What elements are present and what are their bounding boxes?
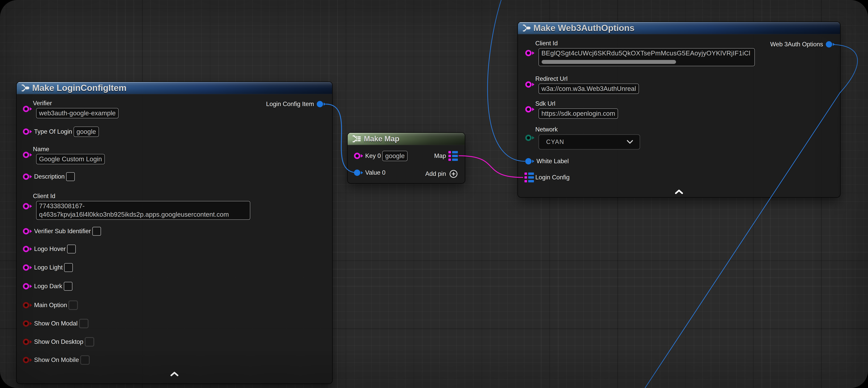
pin-field-stack: Name Google Custom Login	[34, 146, 105, 165]
login-config-pin[interactable]	[524, 173, 534, 182]
key-0-input[interactable]: google	[382, 151, 408, 161]
pin-row: Type Of Login google	[23, 126, 99, 137]
pin-row: Redirect Url w3a://com.w3a.Web3AuthUnrea…	[525, 75, 639, 94]
node-header-make-web3auth-options[interactable]: Make Web3AuthOptions	[518, 22, 840, 34]
network-dropdown[interactable]: CYAN	[538, 134, 640, 150]
login-config-item-output-pin[interactable]	[316, 100, 327, 108]
show-on-desktop-checkbox[interactable]	[85, 337, 94, 347]
show-on-mobile-pin[interactable]	[23, 356, 33, 363]
pin-label-verifier: Verifier	[33, 100, 119, 107]
blueprint-canvas[interactable]: Make LoginConfigItem Login Config Item V…	[0, 0, 868, 388]
pin-row: Show On Mobile	[23, 355, 90, 365]
pin-label-client-id: Client Id	[535, 40, 755, 47]
verifier-input[interactable]: web3auth-google-example	[36, 108, 119, 118]
pin-label-show-on-modal: Show On Modal	[34, 320, 78, 327]
pin-label-key-0: Key 0	[365, 152, 381, 159]
node-make-web3auth-options[interactable]: Make Web3AuthOptions Web 3Auth Options C…	[518, 22, 840, 197]
description-input[interactable]	[66, 172, 75, 181]
verifier-sub-identifier-input[interactable]	[92, 227, 101, 236]
pin-row-output: Login Config Item	[266, 100, 327, 108]
verifier-pin[interactable]	[23, 106, 33, 113]
redirect-url-input[interactable]: w3a://com.w3a.Web3AuthUnreal	[538, 84, 639, 94]
pin-label-white-label: White Label	[536, 158, 569, 165]
logo-light-pin[interactable]	[23, 264, 33, 271]
pin-label-sdk-url: Sdk Url	[535, 100, 618, 107]
show-on-modal-checkbox[interactable]	[79, 319, 89, 328]
sdk-url-pin[interactable]	[525, 106, 535, 113]
pin-row: Sdk Url https://sdk.openlogin.com	[525, 100, 618, 119]
main-option-pin[interactable]	[23, 302, 33, 309]
verifier-sub-identifier-pin[interactable]	[23, 228, 33, 235]
node-header-make-map[interactable]: Make Map	[348, 133, 465, 145]
add-pin-button[interactable]: Add pin	[425, 170, 458, 178]
pin-label-login-config: Login Config	[535, 174, 569, 181]
collapse-node-chevron-icon[interactable]	[170, 371, 179, 377]
logo-hover-input[interactable]	[67, 244, 76, 253]
pin-label-client-id: Client Id	[33, 192, 250, 200]
name-pin[interactable]	[23, 151, 33, 158]
add-pin-plus-icon	[449, 170, 458, 178]
pin-label-logo-light: Logo Light	[34, 264, 63, 271]
node-header-make-login-config-item[interactable]: Make LoginConfigItem	[17, 82, 332, 94]
node-make-login-config-item[interactable]: Make LoginConfigItem Login Config Item V…	[17, 82, 332, 384]
logo-dark-input[interactable]	[64, 282, 72, 291]
white-label-pin[interactable]	[525, 158, 535, 165]
client-id-input[interactable]: BEglQSgt4cUWcj6SKRdu5QkOXTsePmMcusG5EAoy…	[538, 48, 755, 66]
sdk-url-input[interactable]: https://sdk.openlogin.com	[538, 109, 618, 119]
make-struct-icon	[21, 84, 30, 92]
pin-row: Show On Modal	[23, 319, 89, 328]
client-id-scrollbar[interactable]	[541, 60, 752, 64]
pin-label-network: Network	[535, 126, 640, 133]
logo-hover-pin[interactable]	[23, 245, 33, 252]
name-input[interactable]: Google Custom Login	[36, 154, 105, 165]
pin-row: Client Id 774338308167-q463s7kpvja16l4l0…	[23, 192, 250, 220]
pin-row: Name Google Custom Login	[23, 146, 105, 165]
collapse-node-chevron-icon[interactable]	[675, 189, 683, 195]
type-of-login-pin[interactable]	[23, 128, 33, 135]
logo-dark-pin[interactable]	[23, 283, 33, 290]
client-id-scrollbar-thumb[interactable]	[541, 60, 676, 64]
pin-row: Verifier web3auth-google-example	[23, 100, 119, 118]
pin-row: Main Option	[23, 300, 78, 310]
pin-field-stack: Client Id BEglQSgt4cUWcj6SKRdu5QkOXTsePm…	[536, 40, 755, 66]
make-struct-icon	[522, 24, 531, 32]
pin-label-login-config-item: Login Config Item	[266, 100, 314, 108]
show-on-desktop-pin[interactable]	[23, 338, 33, 346]
pin-label-logo-hover: Logo Hover	[34, 245, 66, 252]
add-pin-label: Add pin	[425, 170, 446, 177]
pin-label-show-on-desktop: Show On Desktop	[34, 338, 83, 346]
logo-light-input[interactable]	[64, 263, 73, 272]
client-id-pin[interactable]	[23, 203, 33, 210]
pin-row: Client Id BEglQSgt4cUWcj6SKRdu5QkOXTsePm…	[525, 40, 755, 66]
node-title: Make Web3AuthOptions	[533, 23, 634, 33]
node-title: Make Map	[364, 135, 399, 143]
node-title: Make LoginConfigItem	[32, 83, 127, 93]
client-id-input[interactable]: 774338308167-q463s7kpvja16l4l0kko3nb925i…	[36, 201, 250, 220]
pin-label-verifier-sub-identifier: Verifier Sub Identifier	[34, 228, 91, 235]
show-on-modal-pin[interactable]	[23, 320, 33, 327]
pin-row: Show On Desktop	[23, 337, 94, 347]
pin-row: Value 0	[353, 169, 385, 176]
redirect-url-pin[interactable]	[525, 81, 535, 88]
pin-row: Logo Dark	[23, 282, 72, 291]
pin-label-logo-dark: Logo Dark	[34, 283, 62, 290]
client-id-text: BEglQSgt4cUWcj6SKRdu5QkOXTsePmMcusG5EAoy…	[541, 49, 754, 58]
make-map-icon	[351, 135, 361, 143]
pin-label-description: Description	[34, 173, 65, 180]
client-id-pin[interactable]	[525, 50, 535, 57]
pin-row: Logo Hover	[23, 244, 76, 253]
pin-field-stack: Verifier web3auth-google-example	[34, 100, 119, 118]
map-output-pin[interactable]	[448, 151, 458, 161]
key-0-pin[interactable]	[353, 152, 364, 159]
description-pin[interactable]	[23, 173, 33, 180]
type-of-login-input[interactable]: google	[73, 126, 99, 137]
main-option-checkbox[interactable]	[68, 300, 78, 310]
pin-label-value-0: Value 0	[365, 169, 385, 176]
pin-row: White Label	[525, 158, 569, 165]
pin-row-output: Web 3Auth Options	[770, 41, 836, 48]
network-dropdown-value: CYAN	[546, 139, 564, 146]
node-make-map[interactable]: Make Map Key 0 google Map Value 0 Add pi…	[348, 133, 465, 183]
network-pin[interactable]	[525, 134, 535, 141]
show-on-mobile-checkbox[interactable]	[80, 355, 90, 365]
pin-label-main-option: Main Option	[34, 302, 67, 309]
